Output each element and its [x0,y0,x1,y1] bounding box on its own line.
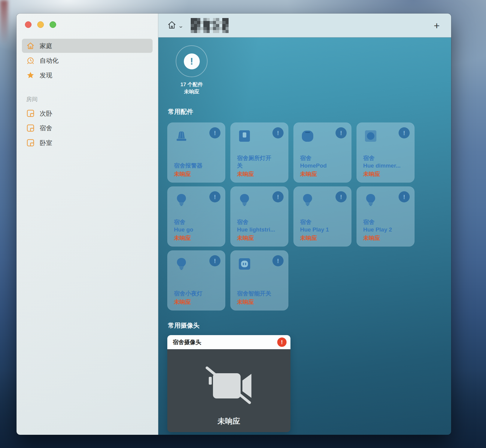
tile-text: 宿舍Hue Play 2未响应 [363,218,412,242]
sidebar-nav: 家庭自动化发现 [17,39,158,82]
alert-ring: ! [176,45,208,77]
house-icon [26,41,35,50]
alert-count-line: 17 个配件 [172,81,212,88]
room-icon [26,138,35,147]
accessories-alert-summary[interactable]: ! 17 个配件 未响应 [172,45,212,95]
tile-text: 宿舍HomePod未响应 [300,154,348,178]
video-camera-slash-icon [203,365,254,408]
accessory-tile-hue-dimmer[interactable]: !宿舍Hue dimmer...未响应 [357,123,415,183]
accessory-name-line: 宿舍 [237,218,285,226]
accessory-tile-hue-lightstrip[interactable]: !宿舍Hue lightstri...未响应 [230,186,288,247]
bulb-icon [363,192,378,207]
accessory-name-line: 宿舍厕所灯开 [237,154,285,162]
accessory-tile-toilet-light-switch[interactable]: !宿舍厕所灯开关未响应 [230,123,288,183]
switch-icon [237,129,252,144]
accessory-name-line: 宿舍 [363,154,412,162]
star-icon [26,71,35,80]
accessory-status: 未响应 [300,234,348,242]
accessory-name-line: Hue lightstri... [237,226,285,233]
alert-badge-icon: ! [399,191,410,202]
alert-badge-icon: ! [209,255,220,266]
toolbar: ⌄ + [158,14,451,38]
homepod-icon [300,129,315,144]
accessory-name-line: 宿舍 [363,218,412,226]
accessory-status: 未响应 [174,298,222,306]
accessory-grid: !宿舍报警器未响应!宿舍厕所灯开关未响应!宿舍HomePod未响应!宿舍Hue … [167,123,451,310]
close-window-button[interactable] [25,21,32,28]
home-name-redacted [191,18,229,33]
alert-badge-icon: ! [336,191,347,202]
accessory-name-line: 宿舍 [174,218,222,226]
accessory-tile-homepod[interactable]: !宿舍HomePod未响应 [293,123,351,183]
alert-badge-icon: ! [209,191,220,202]
dimmer-icon [363,129,378,144]
clock-icon [26,56,35,65]
accessory-status: 未响应 [174,170,222,178]
alert-badge-icon: ! [399,127,410,138]
tile-text: 宿舍报警器未响应 [174,162,222,178]
sidebar-item-label: 家庭 [40,42,52,50]
alert-badge-icon: ! [272,191,284,202]
bulb-icon [300,192,315,207]
sidebar-item-discover[interactable]: 发现 [22,68,153,82]
favorite-accessories-header: 常用配件 [168,107,451,116]
accessory-name-line: 宿舍小夜灯 [174,290,222,297]
accessory-name-line: 宿舍 [300,218,348,226]
house-icon [167,20,176,31]
zoom-window-button[interactable] [50,21,56,28]
tile-text: 宿舍智能开关未响应 [237,290,285,306]
add-accessory-button[interactable]: + [431,20,442,31]
accessory-status: 未响应 [237,298,285,306]
accessory-tile-night-light[interactable]: !宿舍小夜灯未响应 [167,250,225,310]
sidebar-item-label: 卧室 [40,139,52,147]
accessory-tile-hue-play-1[interactable]: !宿舍Hue Play 1未响应 [293,186,351,247]
accessory-tile-hue-go[interactable]: !宿舍Hue go未响应 [167,186,225,247]
accessory-tile-alarm[interactable]: !宿舍报警器未响应 [167,123,225,183]
sidebar-item-automation[interactable]: 自动化 [22,53,153,68]
tile-text: 宿舍Hue go未响应 [174,218,222,242]
camera-card-dorm[interactable]: 宿舍摄像头 ! [167,335,290,432]
accessory-status: 未响应 [237,234,285,242]
minimize-window-button[interactable] [37,21,44,28]
sidebar-item-bedroom[interactable]: 卧室 [22,136,153,150]
alert-badge-icon: ! [272,255,284,266]
sidebar-item-label: 发现 [40,71,52,80]
accessory-status: 未响应 [174,234,222,242]
bulb-icon [174,192,189,207]
outlet-icon [237,256,252,271]
alert-badge-icon: ! [272,127,284,138]
sidebar-item-dorm[interactable]: 宿舍 [22,121,153,135]
sidebar-item-second-bedroom[interactable]: 次卧 [22,106,153,120]
bulb-icon [174,256,189,271]
tile-text: 宿舍Hue Play 1未响应 [300,218,348,242]
home-selector[interactable]: ⌄ [167,20,183,31]
tile-text: 宿舍厕所灯开关未响应 [237,154,285,178]
sidebar-item-label: 宿舍 [40,124,52,132]
accessory-name-line: Hue dimmer... [363,162,412,169]
sidebar: 家庭自动化发现 房间 次卧宿舍卧室 [17,14,158,435]
accessory-tile-hue-play-2[interactable]: !宿舍Hue Play 2未响应 [357,186,415,247]
tile-text: 宿舍小夜灯未响应 [174,290,222,306]
sidebar-item-label: 自动化 [40,56,59,65]
bulb-icon [237,192,252,207]
alert-badge-icon: ! [336,127,347,138]
wallpaper-detail [0,0,8,45]
sidebar-item-home[interactable]: 家庭 [22,39,153,53]
accessory-name-line: 宿舍报警器 [174,162,222,169]
accessory-name-line: HomePod [300,162,348,169]
camera-preview-unavailable: 未响应 [167,349,290,432]
accessory-tile-smart-switch[interactable]: !宿舍智能开关未响应 [230,250,288,310]
tile-text: 宿舍Hue lightstri...未响应 [237,218,285,242]
accessory-name-line: Hue Play 1 [300,226,348,233]
alert-status-line: 未响应 [172,88,212,95]
main-panel: ⌄ + ! 17 个配件 未响应 常用配件 !宿舍报警器未响应!宿舍厕所灯开关未… [158,14,451,435]
camera-name: 宿舍摄像头 [173,338,201,346]
room-icon [26,109,35,118]
sidebar-rooms: 次卧宿舍卧室 [17,106,158,150]
accessory-status: 未响应 [363,170,412,178]
alert-icon: ! [184,53,200,69]
accessory-status: 未响应 [300,170,348,178]
tile-text: 宿舍Hue dimmer...未响应 [363,154,412,178]
accessory-name-line: 关 [237,162,285,169]
camera-card-header: 宿舍摄像头 ! [167,335,290,349]
